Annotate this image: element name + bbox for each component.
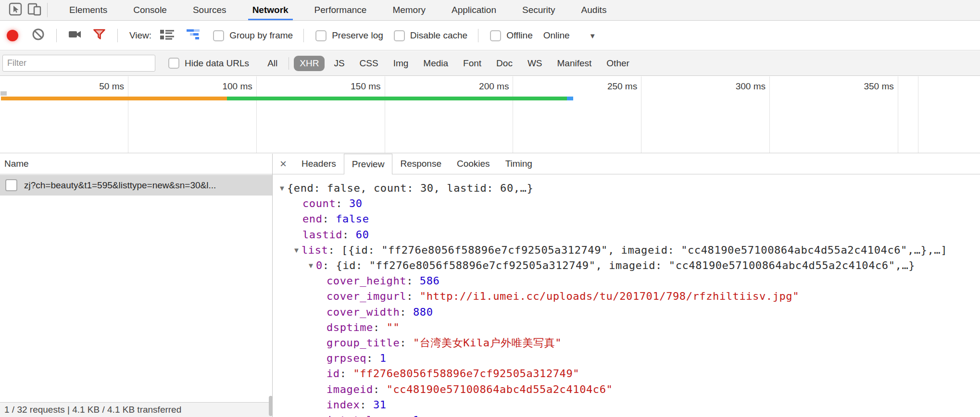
gridline — [641, 76, 641, 153]
json-number: 1 — [413, 414, 420, 417]
expand-arrow-icon[interactable]: ▼ — [307, 258, 314, 273]
json-key: count — [302, 197, 336, 209]
json-string: "http://i1.umei.cc/uploads/tu/201701/798… — [420, 290, 799, 302]
capture-screenshots-button[interactable] — [68, 28, 81, 43]
tab-network[interactable]: Network — [239, 0, 302, 20]
device-toolbar-icon — [27, 3, 42, 18]
checkbox-label: Preserve log — [332, 30, 383, 41]
filter-type-js[interactable]: JS — [328, 56, 350, 71]
camera-icon — [68, 28, 81, 43]
filter-type-xhr[interactable]: XHR — [294, 56, 325, 71]
json-text: : — [400, 414, 413, 417]
json-text: : — [340, 368, 353, 380]
checkbox-group-by-frame[interactable]: Group by frame — [213, 30, 293, 41]
show-overview-toggle[interactable] — [187, 29, 201, 42]
tab-application[interactable]: Application — [439, 0, 509, 20]
filter-bar: Hide data URLs AllXHRJSCSSImgMediaFontDo… — [0, 51, 980, 76]
tab-performance[interactable]: Performance — [302, 0, 380, 20]
json-key: index — [327, 399, 360, 411]
preview-line: count: 30 — [273, 196, 980, 211]
json-text: : — [400, 337, 413, 349]
gridline — [769, 76, 770, 153]
tab-sources[interactable]: Sources — [180, 0, 239, 20]
tab-console[interactable]: Console — [120, 0, 180, 20]
preview-line: group_title: "台湾美女Kila户外唯美写真" — [273, 335, 980, 351]
tick-label: 250 ms — [565, 81, 637, 92]
divider — [289, 57, 289, 70]
clear-button[interactable] — [32, 28, 45, 43]
list-view-icon — [160, 29, 175, 42]
filter-type-font[interactable]: Font — [457, 56, 487, 71]
preview-line: cover_width: 880 — [273, 305, 980, 320]
preview-line: index: 31 — [273, 397, 980, 413]
tab-elements[interactable]: Elements — [56, 0, 120, 20]
checkbox-hide-data-urls[interactable]: Hide data URLs — [168, 58, 249, 69]
checkbox-offline[interactable]: Offline — [490, 30, 533, 41]
preview-line: lastid: 60 — [273, 227, 980, 243]
throttling-select[interactable]: Online ▼ — [543, 30, 596, 41]
waterfall-icon — [187, 29, 201, 42]
divider — [56, 29, 57, 42]
filter-funnel-icon — [93, 28, 106, 43]
json-key: end — [302, 213, 323, 225]
chevron-down-icon: ▼ — [589, 32, 596, 40]
filter-type-css[interactable]: CSS — [354, 56, 384, 71]
tab-memory[interactable]: Memory — [379, 0, 439, 20]
details-tab-timing[interactable]: Timing — [498, 154, 540, 174]
filter-toggle-button[interactable] — [93, 28, 106, 43]
inspect-element-button[interactable] — [6, 1, 25, 19]
tab-security[interactable]: Security — [509, 0, 568, 20]
details-tab-cookies[interactable]: Cookies — [449, 154, 498, 174]
preview-tree: ▼{end: false, count: 30, lastid: 60,…}co… — [273, 175, 980, 417]
checkbox — [394, 30, 405, 41]
gridline — [128, 76, 128, 153]
details-tab-headers[interactable]: Headers — [294, 154, 344, 174]
close-icon[interactable]: × — [273, 157, 294, 171]
json-key: dsptime — [327, 321, 373, 333]
clear-icon — [32, 28, 45, 43]
filter-type-manifest[interactable]: Manifest — [552, 56, 598, 71]
filter-type-other[interactable]: Other — [601, 56, 635, 71]
divider — [117, 29, 118, 42]
status-text: 1 / 32 requests | 4.1 KB / 4.1 KB transf… — [4, 405, 181, 415]
large-rows-toggle[interactable] — [160, 29, 175, 42]
json-text: : — [342, 229, 356, 241]
checkbox-preserve-log[interactable]: Preserve log — [315, 30, 383, 41]
request-row[interactable]: zj?ch=beauty&t1=595&listtype=new&sn=30&l… — [0, 175, 272, 196]
tab-audits[interactable]: Audits — [568, 0, 620, 20]
json-text: : {id: "ff276e8056f58896e7cf92505a312749… — [323, 259, 915, 271]
filter-type-ws[interactable]: WS — [522, 56, 548, 71]
record-button[interactable] — [7, 30, 18, 41]
details-tab-response[interactable]: Response — [392, 154, 449, 174]
tick-label: 200 ms — [437, 81, 509, 92]
checkbox-label: Hide data URLs — [185, 58, 249, 69]
json-key: group_title — [327, 337, 400, 349]
filter-input[interactable] — [2, 55, 155, 72]
json-number: false — [336, 213, 369, 225]
preview-line: istotalpage: 1 — [273, 413, 980, 417]
device-toolbar-button[interactable] — [25, 1, 44, 19]
divider — [47, 3, 48, 17]
request-checkbox[interactable] — [5, 179, 17, 191]
filter-types: AllXHRJSCSSImgMediaFontDocWSManifestOthe… — [262, 56, 639, 71]
filter-type-doc[interactable]: Doc — [490, 56, 518, 71]
requests-column-header[interactable]: Name — [0, 154, 272, 174]
filter-type-media[interactable]: Media — [417, 56, 454, 71]
json-key: lastid — [302, 229, 342, 241]
json-key: list — [302, 244, 328, 256]
json-key: istotalpage — [327, 414, 400, 417]
filter-type-all[interactable]: All — [262, 56, 283, 71]
checkbox-disable-cache[interactable]: Disable cache — [394, 30, 467, 41]
timeline-overview[interactable]: 50 ms100 ms150 ms200 ms250 ms300 ms350 m… — [0, 76, 980, 153]
filter-type-img[interactable]: Img — [388, 56, 415, 71]
json-number: 1 — [380, 352, 387, 364]
details-tab-preview[interactable]: Preview — [344, 154, 393, 174]
waterfall-segment-blue — [567, 97, 573, 100]
json-string: "cc48190e57100864abc4d55a2c4104c6" — [387, 383, 613, 395]
expand-arrow-icon[interactable]: ▼ — [293, 243, 300, 258]
gridline — [385, 76, 385, 153]
preview-line: ▼0: {id: "ff276e8056f58896e7cf92505a3127… — [273, 258, 980, 273]
json-text: : — [373, 383, 387, 395]
expand-arrow-icon[interactable]: ▼ — [278, 181, 285, 196]
checkbox-label: Offline — [506, 30, 533, 41]
